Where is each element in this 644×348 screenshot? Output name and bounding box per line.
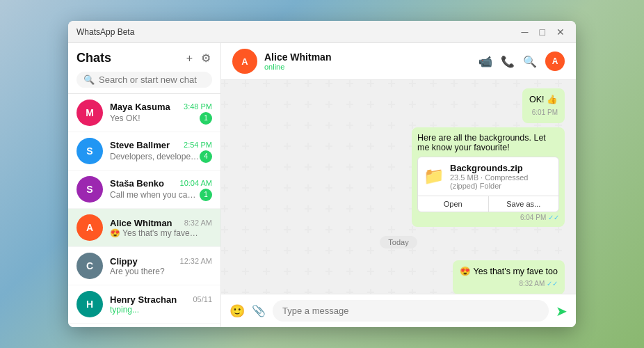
chat-area: A Alice Whitman online 📹 📞 🔍 A xyxy=(221,43,576,327)
chat-time: 2:54 PM xyxy=(184,141,212,149)
voice-call-button[interactable]: 📞 xyxy=(501,55,515,68)
settings-button[interactable]: ⚙ xyxy=(200,50,212,66)
search-chat-button[interactable]: 🔍 xyxy=(523,55,537,68)
chat-time: 05/11 xyxy=(193,295,212,303)
chat-preview: typing... xyxy=(110,305,139,315)
reply-text: 😍 Yes that's my fave too xyxy=(460,266,558,278)
avatar: A xyxy=(77,214,103,241)
minimize-button[interactable]: ─ xyxy=(519,26,531,38)
date-separator: Today xyxy=(232,235,565,248)
message-time: 6:01 PM xyxy=(529,108,558,118)
close-button[interactable]: ✕ xyxy=(554,26,567,38)
file-message-container: Here are all the backgrounds. Let me kno… xyxy=(412,127,565,227)
chat-name: Maya Kasuma xyxy=(110,102,170,112)
file-message-card: Here are all the backgrounds. Let me kno… xyxy=(412,127,565,227)
chat-name: Staša Benko xyxy=(110,178,164,189)
save-file-button[interactable]: Save as... xyxy=(489,196,559,212)
chat-preview-row: typing... xyxy=(110,305,212,315)
chat-name-row: Staša Benko10:04 AM xyxy=(110,178,212,189)
avatar: C xyxy=(77,253,103,279)
avatar: H xyxy=(77,291,103,317)
app-body: Chats + ⚙ 🔍 MMaya Kasuma3:48 PMYes OK!1S… xyxy=(68,43,576,327)
contact-avatar: A xyxy=(232,49,257,74)
chat-info: Alice Whitman8:32 AM😍 Yes that's my fave… xyxy=(110,218,212,238)
file-message-text: Here are all the backgrounds. Let me kno… xyxy=(417,133,559,152)
chat-name-row: Henry Strachan05/11 xyxy=(110,294,212,305)
chat-time: 10:04 AM xyxy=(180,179,212,187)
unread-badge: 1 xyxy=(200,112,212,125)
chat-input-bar: 🙂 📎 ➤ xyxy=(221,294,576,327)
chat-preview: Are you there? xyxy=(110,267,165,276)
chat-item-alice[interactable]: AAlice Whitman8:32 AM😍 Yes that's my fav… xyxy=(68,209,220,247)
chat-preview: Call me when you can because... xyxy=(110,190,200,200)
contact-avatar-header[interactable]: A xyxy=(545,52,565,71)
app-title: WhatsApp Beta xyxy=(77,27,519,37)
video-call-button[interactable]: 📹 xyxy=(478,55,492,68)
sidebar-header: Chats + ⚙ 🔍 xyxy=(68,43,220,94)
search-icon: 🔍 xyxy=(83,74,95,85)
chat-item-steve[interactable]: SSteve Ballmer2:54 PMDevelopers, develop… xyxy=(68,132,220,171)
chat-name-row: Maya Kasuma3:48 PM xyxy=(110,102,212,112)
unread-badge: 4 xyxy=(200,150,212,163)
contact-info: Alice Whitman online xyxy=(264,52,472,71)
chat-time: 3:48 PM xyxy=(184,102,212,111)
file-attachment-card: 📁 Backgrounds.zip 23.5 MB · Compressed (… xyxy=(417,157,559,212)
unread-badge: 1 xyxy=(200,189,212,201)
file-card-top: 📁 Backgrounds.zip 23.5 MB · Compressed (… xyxy=(418,157,558,196)
file-message-time: 6:04 PM ✓✓ xyxy=(417,214,559,221)
app-window: WhatsApp Beta ─ □ ✕ Chats + ⚙ 🔍 xyxy=(68,21,576,327)
chat-info: Clippy12:32 AMAre you there? xyxy=(110,256,212,276)
chat-info: Maya Kasuma3:48 PMYes OK!1 xyxy=(110,102,212,125)
file-info: Backgrounds.zip 23.5 MB · Compressed (zi… xyxy=(450,163,553,190)
chat-header: A Alice Whitman online 📹 📞 🔍 A xyxy=(221,43,576,80)
file-meta: 23.5 MB · Compressed (zipped) Folder xyxy=(450,173,553,190)
reply-time: 8:32 AM ✓✓ xyxy=(460,279,558,289)
chat-list: MMaya Kasuma3:48 PMYes OK!1SSteve Ballme… xyxy=(68,94,220,327)
chat-name-row: Clippy12:32 AM xyxy=(110,256,212,267)
chat-preview-row: Developers, developers, develo...4 xyxy=(110,150,212,163)
chat-time: 12:32 AM xyxy=(180,257,212,265)
messages-area: OK! 👍 6:01 PM Here are all the backgroun… xyxy=(221,80,576,294)
chat-item-stasa[interactable]: SStaša Benko10:04 AMCall me when you can… xyxy=(68,171,220,209)
chat-time: 8:32 AM xyxy=(184,219,212,227)
chat-name-row: Steve Ballmer2:54 PM xyxy=(110,140,212,150)
chat-info: Henry Strachan05/11typing... xyxy=(110,294,212,315)
chat-item-clippy[interactable]: CClippy12:32 AMAre you there? xyxy=(68,247,220,285)
attach-button[interactable]: 📎 xyxy=(252,304,266,317)
chat-item-henry[interactable]: HHenry Strachan05/11typing... xyxy=(68,285,220,324)
chat-item-maya[interactable]: MMaya Kasuma3:48 PMYes OK!1 xyxy=(68,94,220,132)
file-card-actions: Open Save as... xyxy=(418,196,558,212)
chat-info: Steve Ballmer2:54 PMDevelopers, develope… xyxy=(110,140,212,163)
chat-item-jihoon[interactable]: JJihoon Seo05/11✓✓ Big jump! xyxy=(68,324,220,327)
contact-status: online xyxy=(264,63,472,71)
send-button[interactable]: ➤ xyxy=(556,303,567,319)
contact-name: Alice Whitman xyxy=(264,52,472,63)
chat-header-actions: 📹 📞 🔍 A xyxy=(478,52,565,71)
chat-preview: 😍 Yes that's my fave too! xyxy=(110,228,200,238)
message-text: OK! 👍 xyxy=(529,94,558,106)
zip-icon: 📁 xyxy=(424,166,444,186)
sidebar-title-row: Chats + ⚙ xyxy=(77,50,212,66)
chat-preview-row: Call me when you can because...1 xyxy=(110,189,212,201)
sidebar-action-icons: + ⚙ xyxy=(185,50,212,66)
chat-info: Staša Benko10:04 AMCall me when you can … xyxy=(110,178,212,201)
title-bar: WhatsApp Beta ─ □ ✕ xyxy=(68,21,576,43)
chat-preview-row: Are you there? xyxy=(110,267,212,276)
sidebar-title: Chats xyxy=(77,51,111,65)
chat-name: Alice Whitman xyxy=(110,218,172,228)
sidebar: Chats + ⚙ 🔍 MMaya Kasuma3:48 PMYes OK!1S… xyxy=(68,43,221,327)
search-input[interactable] xyxy=(99,74,205,85)
message-input[interactable] xyxy=(273,300,549,322)
open-file-button[interactable]: Open xyxy=(418,196,489,212)
new-chat-button[interactable]: + xyxy=(185,50,194,66)
message-ok: OK! 👍 6:01 PM xyxy=(522,88,565,123)
chat-preview: Yes OK! xyxy=(110,113,140,123)
chat-name-row: Alice Whitman8:32 AM xyxy=(110,218,212,228)
reply-message: 😍 Yes that's my fave too 8:32 AM ✓✓ xyxy=(453,260,565,294)
chat-preview: Developers, developers, develo... xyxy=(110,152,200,161)
chat-name: Steve Ballmer xyxy=(110,140,170,150)
date-label: Today xyxy=(380,236,417,248)
emoji-button[interactable]: 🙂 xyxy=(230,303,245,319)
maximize-button[interactable]: □ xyxy=(537,26,548,38)
window-controls: ─ □ ✕ xyxy=(519,26,567,38)
